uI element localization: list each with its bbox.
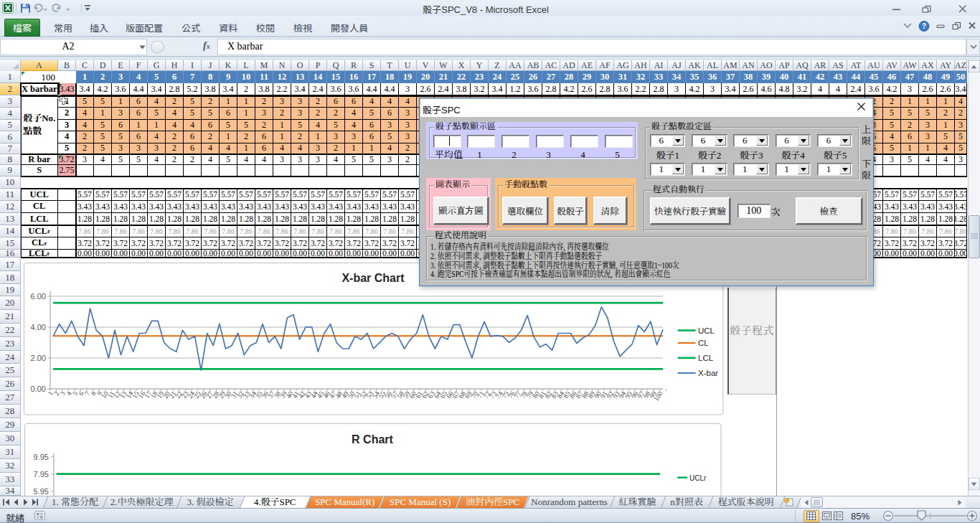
svg-text:0.00: 0.00 bbox=[31, 385, 46, 393]
svg-text:X-bar: X-bar bbox=[698, 369, 718, 377]
svg-text:9.95: 9.95 bbox=[34, 453, 49, 461]
svg-text:2.00: 2.00 bbox=[31, 354, 46, 362]
svg-text:LCL: LCL bbox=[698, 354, 714, 362]
svg-text:X-bar Chart: X-bar Chart bbox=[342, 272, 405, 284]
svg-text:5.95: 5.95 bbox=[34, 487, 49, 496]
svg-text:CL: CL bbox=[698, 339, 709, 347]
svg-text:UCLr: UCLr bbox=[689, 474, 707, 482]
svg-text:UCL: UCL bbox=[698, 326, 715, 335]
svg-text:R Chart: R Chart bbox=[352, 433, 393, 446]
svg-text:?: ? bbox=[922, 22, 926, 30]
svg-text:4.00: 4.00 bbox=[31, 323, 46, 331]
svg-text:7.95: 7.95 bbox=[34, 470, 49, 479]
svg-text:6.00: 6.00 bbox=[31, 292, 46, 301]
